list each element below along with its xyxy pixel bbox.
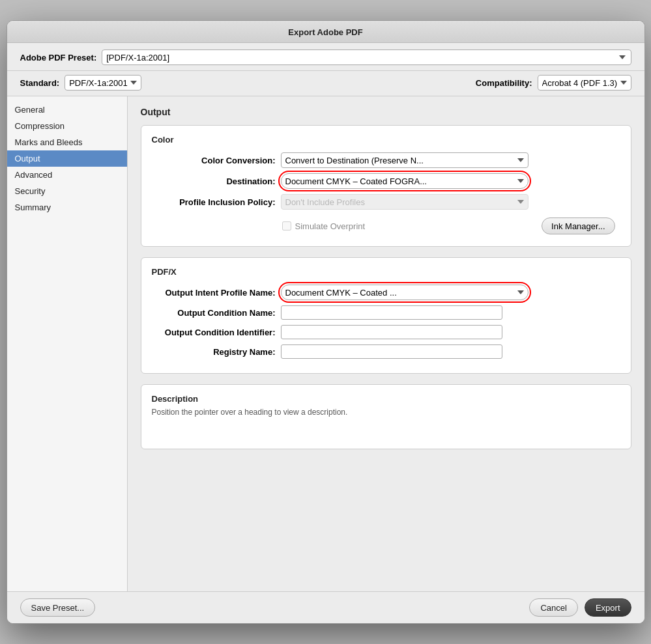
bottom-right-buttons: Cancel Export xyxy=(529,598,631,617)
output-intent-select[interactable]: Document CMYK – Coated ... xyxy=(281,285,528,300)
simulate-left: Simulate Overprint xyxy=(282,221,366,231)
sidebar-item-output[interactable]: Output xyxy=(7,150,127,167)
destination-label: Destination: xyxy=(152,176,276,186)
sidebar-item-marks-bleeds[interactable]: Marks and Bleeds xyxy=(7,134,127,150)
registry-name-input[interactable] xyxy=(281,344,502,359)
output-condition-name-input[interactable] xyxy=(281,305,502,320)
color-conversion-select[interactable]: Convert to Destination (Preserve N... xyxy=(281,152,528,168)
sidebar-item-label: Security xyxy=(15,186,46,196)
output-condition-name-label: Output Condition Name: xyxy=(152,308,276,318)
content-area: Output Color Color Conversion: Convert t… xyxy=(128,96,644,591)
sidebar-item-label: General xyxy=(15,105,45,115)
standard-group: Standard: PDF/X-1a:2001 xyxy=(20,75,142,91)
simulate-row: Simulate Overprint Ink Manager... xyxy=(152,215,620,237)
preset-row: Adobe PDF Preset: [PDF/X-1a:2001] xyxy=(7,43,644,71)
registry-name-row: Registry Name: xyxy=(152,344,620,359)
export-pdf-dialog: Export Adobe PDF Adobe PDF Preset: [PDF/… xyxy=(7,20,645,624)
sidebar-item-summary[interactable]: Summary xyxy=(7,199,127,216)
output-condition-id-input[interactable] xyxy=(281,325,502,339)
color-conversion-row: Color Conversion: Convert to Destination… xyxy=(152,152,620,168)
cancel-button[interactable]: Cancel xyxy=(529,598,577,617)
destination-row: Destination: Document CMYK – Coated FOGR… xyxy=(152,173,620,189)
pdfx-panel: PDF/X Output Intent Profile Name: Docume… xyxy=(141,257,631,374)
output-intent-label: Output Intent Profile Name: xyxy=(152,288,276,298)
preset-label: Adobe PDF Preset: xyxy=(20,53,97,63)
main-area: General Compression Marks and Bleeds Out… xyxy=(7,96,644,591)
preset-select[interactable]: [PDF/X-1a:2001] xyxy=(102,49,631,65)
profile-label: Profile Inclusion Policy: xyxy=(152,197,276,207)
compat-label: Compatibility: xyxy=(476,78,532,88)
output-condition-name-row: Output Condition Name: xyxy=(152,305,620,320)
dialog-title: Export Adobe PDF xyxy=(288,27,362,37)
export-button[interactable]: Export xyxy=(585,598,631,617)
sidebar-item-compression[interactable]: Compression xyxy=(7,118,127,134)
compat-select[interactable]: Acrobat 4 (PDF 1.3) xyxy=(538,75,631,91)
sidebar: General Compression Marks and Bleeds Out… xyxy=(7,96,128,591)
profile-inclusion-row: Profile Inclusion Policy: Don't Include … xyxy=(152,194,620,210)
color-conversion-label: Color Conversion: xyxy=(152,156,276,165)
bottom-bar: Save Preset... Cancel Export xyxy=(7,591,644,623)
simulate-overprint-checkbox[interactable] xyxy=(282,221,291,231)
sidebar-item-security[interactable]: Security xyxy=(7,183,127,199)
sidebar-item-label: Compression xyxy=(15,121,65,131)
sidebar-item-advanced[interactable]: Advanced xyxy=(7,167,127,183)
sidebar-item-label: Summary xyxy=(15,203,51,212)
sidebar-item-label: Output xyxy=(15,154,40,163)
title-bar: Export Adobe PDF xyxy=(7,21,644,43)
standard-select[interactable]: PDF/X-1a:2001 xyxy=(65,75,141,91)
color-panel: Color Color Conversion: Convert to Desti… xyxy=(141,125,631,247)
description-title: Description xyxy=(152,394,620,404)
sidebar-item-label: Marks and Bleeds xyxy=(15,137,83,147)
pdfx-panel-title: PDF/X xyxy=(152,267,620,277)
output-condition-id-label: Output Condition Identifier: xyxy=(152,328,276,337)
simulate-overprint-label: Simulate Overprint xyxy=(295,221,366,231)
section-title: Output xyxy=(141,107,631,117)
sidebar-item-general[interactable]: General xyxy=(7,102,127,118)
description-text: Position the pointer over a heading to v… xyxy=(152,408,620,417)
output-condition-id-row: Output Condition Identifier: xyxy=(152,325,620,339)
compat-group: Compatibility: Acrobat 4 (PDF 1.3) xyxy=(476,75,631,91)
destination-select[interactable]: Document CMYK – Coated FOGRA... xyxy=(281,173,528,189)
standard-label: Standard: xyxy=(20,78,60,88)
save-preset-button[interactable]: Save Preset... xyxy=(20,598,96,617)
output-intent-row: Output Intent Profile Name: Document CMY… xyxy=(152,285,620,300)
ink-manager-button[interactable]: Ink Manager... xyxy=(542,217,615,234)
color-panel-title: Color xyxy=(152,135,620,145)
registry-name-label: Registry Name: xyxy=(152,347,276,357)
description-panel: Description Position the pointer over a … xyxy=(141,384,631,449)
standard-compat-row: Standard: PDF/X-1a:2001 Compatibility: A… xyxy=(7,71,644,96)
sidebar-item-label: Advanced xyxy=(15,170,53,180)
profile-select[interactable]: Don't Include Profiles xyxy=(281,194,528,210)
